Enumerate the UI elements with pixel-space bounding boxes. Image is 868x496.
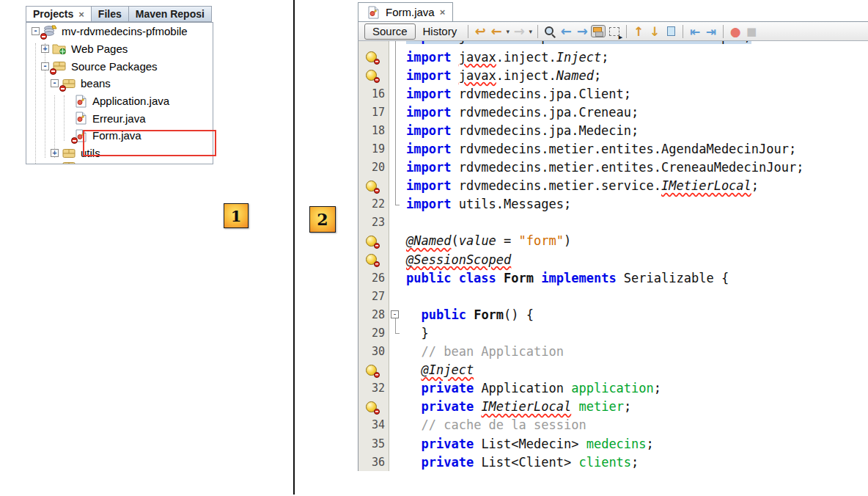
expand-toggle-icon[interactable]: + — [51, 149, 59, 157]
record-macro-icon[interactable]: ● — [727, 23, 743, 40]
fold-margin[interactable] — [389, 177, 402, 195]
code-line[interactable]: 29 } — [358, 324, 868, 342]
code-line[interactable]: 30 // bean Application — [358, 343, 868, 361]
warning-bulb-icon[interactable] — [366, 70, 377, 81]
fold-margin[interactable] — [389, 41, 402, 48]
code-line-partial[interactable]: import javax.enterprise.context.SessionS… — [358, 41, 868, 48]
code-line[interactable]: 36 private List<Client> clients; — [358, 453, 868, 471]
editor-tab-form-java[interactable]: Form.java × — [358, 2, 453, 21]
fold-margin[interactable] — [389, 48, 402, 66]
tree-item-application-java[interactable]: Application.java — [26, 92, 213, 110]
gutter-cell[interactable]: 30 — [358, 343, 389, 361]
code-line[interactable]: @SessionScoped — [358, 250, 868, 269]
gutter-cell[interactable]: 23 — [358, 214, 389, 232]
next-occurrence-icon[interactable]: ↓ — [647, 23, 663, 40]
expand-toggle-icon[interactable]: + — [41, 45, 49, 53]
fold-margin[interactable] — [389, 139, 402, 158]
gutter-cell[interactable]: 29 — [358, 324, 389, 342]
gutter-cell[interactable] — [358, 66, 389, 84]
tree-item-web-pages[interactable]: +Web Pages — [26, 40, 213, 58]
back-icon[interactable]: ← — [488, 23, 504, 40]
forward-icon[interactable]: → — [511, 23, 527, 40]
fold-margin[interactable] — [389, 66, 402, 84]
code-line[interactable]: 26public class Form implements Serializa… — [358, 269, 868, 287]
last-edit-position-icon[interactable]: ↩ — [472, 23, 488, 40]
code-line[interactable]: 17import rdvmedecins.jpa.Creneau; — [358, 103, 868, 121]
code-line[interactable]: 28- public Form() { — [358, 305, 868, 324]
warning-bulb-icon[interactable] — [366, 180, 377, 192]
matching-occurrence-icon[interactable] — [663, 23, 679, 40]
tab-files[interactable]: Files — [92, 6, 129, 22]
tree-item-source-packages[interactable]: -Source Packages — [26, 57, 213, 75]
gutter-cell[interactable]: 20 — [358, 158, 389, 177]
fold-margin[interactable] — [389, 434, 402, 453]
fold-margin[interactable] — [389, 343, 402, 361]
fold-margin[interactable] — [389, 398, 402, 416]
code-line[interactable]: import rdvmedecins.metier.service.IMetie… — [358, 177, 868, 195]
code-line[interactable]: 22import utils.Messages; — [358, 195, 868, 214]
code-line[interactable]: 18import rdvmedecins.jpa.Medecin; — [358, 121, 868, 139]
fold-margin[interactable] — [389, 287, 402, 305]
collapse-toggle-icon[interactable]: - — [32, 27, 40, 35]
fold-margin[interactable] — [389, 232, 402, 250]
code-line[interactable]: 35 private List<Medecin> medecins; — [358, 434, 868, 453]
code-line[interactable]: 32 private Application application; — [358, 379, 868, 398]
gutter-cell[interactable] — [358, 41, 389, 48]
gutter-cell[interactable] — [358, 48, 389, 66]
find-previous-icon[interactable]: ← — [558, 23, 574, 40]
fold-margin[interactable] — [389, 453, 402, 471]
find-selection-icon[interactable] — [542, 23, 558, 40]
code-line[interactable]: import javax.inject.Named; — [358, 66, 868, 84]
gutter-cell[interactable] — [358, 232, 389, 250]
code-line[interactable]: 23 — [358, 214, 868, 232]
tree-item-mv-rdvmedecins-pfmobile[interactable]: -mv-rdvmedecins-pfmobile — [26, 23, 213, 40]
code-line[interactable]: 27 — [358, 287, 868, 305]
fold-collapse-icon[interactable]: - — [391, 310, 399, 318]
tree-item-erreur-java[interactable]: Erreur.java — [26, 109, 213, 127]
fold-margin[interactable]: - — [389, 305, 402, 324]
gutter-cell[interactable]: 18 — [358, 121, 389, 139]
gutter-cell[interactable]: 35 — [358, 434, 389, 453]
gutter-cell[interactable]: 19 — [358, 139, 389, 158]
collapse-toggle-icon[interactable]: - — [51, 79, 59, 87]
select-rectangular-icon[interactable] — [606, 23, 622, 40]
warning-bulb-icon[interactable] — [366, 401, 377, 412]
fold-margin[interactable] — [389, 379, 402, 398]
gutter-cell[interactable]: 32 — [358, 379, 389, 398]
gutter-cell[interactable] — [358, 177, 389, 195]
find-next-icon[interactable]: → — [574, 23, 590, 40]
fold-margin[interactable] — [389, 416, 402, 434]
warning-bulb-icon[interactable] — [366, 236, 377, 247]
back-dropdown-icon[interactable]: ▾ — [504, 23, 511, 40]
source-view-button[interactable]: Source — [364, 23, 416, 40]
tab-projects[interactable]: Projects× — [26, 6, 92, 22]
fold-margin[interactable] — [389, 214, 402, 232]
code-line[interactable]: 16import rdvmedecins.jpa.Client; — [358, 84, 868, 103]
fold-margin[interactable] — [389, 195, 402, 214]
fold-margin[interactable] — [389, 269, 402, 287]
gutter-cell[interactable]: 34 — [358, 416, 389, 434]
collapse-toggle-icon[interactable]: - — [41, 62, 49, 70]
fold-margin[interactable] — [389, 84, 402, 103]
fold-margin[interactable] — [389, 158, 402, 177]
tree-item-beans[interactable]: -beans — [26, 75, 213, 92]
gutter-cell[interactable]: 26 — [358, 269, 389, 287]
previous-occurrence-icon[interactable]: ↑ — [630, 23, 647, 40]
warning-bulb-icon[interactable] — [366, 254, 377, 265]
code-line[interactable]: @Named(value = "form") — [358, 232, 868, 250]
warning-bulb-icon[interactable] — [366, 365, 377, 376]
gutter-cell[interactable]: 36 — [358, 453, 389, 471]
gutter-cell[interactable] — [358, 250, 389, 269]
fold-margin[interactable] — [389, 361, 402, 379]
gutter-cell[interactable] — [358, 398, 389, 416]
code-line[interactable]: 19import rdvmedecins.metier.entites.Agen… — [358, 139, 868, 158]
gutter-cell[interactable]: 27 — [358, 287, 389, 305]
fold-margin[interactable] — [389, 250, 402, 269]
shift-line-right-icon[interactable]: ⇥ — [703, 23, 719, 40]
toggle-highlight-icon[interactable] — [590, 23, 606, 40]
stop-macro-icon[interactable]: ■ — [743, 23, 760, 40]
gutter-cell[interactable]: 22 — [358, 195, 389, 214]
gutter-cell[interactable]: 17 — [358, 103, 389, 121]
forward-dropdown-icon[interactable]: ▾ — [527, 23, 534, 40]
history-view-button[interactable]: History — [423, 25, 457, 37]
